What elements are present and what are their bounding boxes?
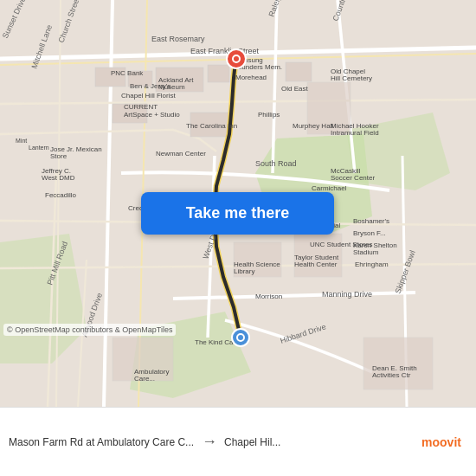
map-attribution: © OpenStreetMap contributors & OpenMapTi… bbox=[3, 324, 176, 336]
svg-point-85 bbox=[233, 55, 240, 62]
svg-text:Newman Center: Newman Center bbox=[156, 150, 206, 158]
svg-text:Boshamer's: Boshamer's bbox=[353, 217, 389, 225]
map-container: Sunset Drive Mitchell Lane Church Street… bbox=[0, 0, 476, 407]
svg-rect-11 bbox=[208, 65, 229, 82]
route-to-label: Chapel Hil... bbox=[224, 436, 410, 448]
svg-text:Bryson F...: Bryson F... bbox=[353, 229, 386, 237]
svg-rect-12 bbox=[286, 62, 312, 81]
take-me-there-button[interactable]: Take me there bbox=[141, 192, 334, 235]
svg-text:PNC Bank: PNC Bank bbox=[111, 69, 144, 77]
svg-text:Activities Ctr: Activities Ctr bbox=[372, 371, 411, 379]
svg-text:Stadium: Stadium bbox=[353, 248, 379, 256]
svg-text:Intramural Field: Intramural Field bbox=[331, 129, 379, 137]
svg-text:Manning Drive: Manning Drive bbox=[322, 290, 372, 299]
svg-text:Murphey Hall: Murphey Hall bbox=[293, 122, 333, 130]
svg-text:Morehead: Morehead bbox=[235, 74, 267, 81]
svg-text:Ehringham: Ehringham bbox=[355, 261, 389, 268]
svg-text:Museum: Museum bbox=[158, 83, 185, 91]
svg-text:CURRENT: CURRENT bbox=[124, 103, 158, 111]
svg-text:Hill Cemetery: Hill Cemetery bbox=[331, 74, 372, 82]
bottom-bar: Mason Farm Rd at Ambulatory Care C... → … bbox=[0, 407, 476, 476]
svg-text:The Carolina Inn: The Carolina Inn bbox=[186, 122, 237, 130]
svg-text:East Franklin Street: East Franklin Street bbox=[190, 47, 260, 55]
svg-text:Care...: Care... bbox=[134, 375, 155, 383]
svg-text:Old East: Old East bbox=[281, 85, 308, 93]
svg-point-83 bbox=[237, 334, 244, 341]
svg-text:East Rosemary: East Rosemary bbox=[151, 35, 205, 43]
svg-text:Library: Library bbox=[234, 267, 254, 275]
end-pin bbox=[227, 49, 246, 68]
route-from-label: Mason Farm Rd at Ambulatory Care C... bbox=[9, 436, 195, 448]
svg-text:Carmichael: Carmichael bbox=[312, 184, 347, 192]
svg-text:Phillips: Phillips bbox=[258, 111, 280, 119]
svg-text:South Road: South Road bbox=[255, 159, 297, 168]
svg-text:Health Center: Health Center bbox=[294, 261, 338, 268]
moovit-text: moovit bbox=[421, 435, 461, 449]
svg-text:West DMD: West DMD bbox=[42, 174, 75, 182]
start-pin bbox=[232, 329, 249, 346]
svg-rect-19 bbox=[363, 338, 433, 389]
svg-text:Mint: Mint bbox=[16, 138, 27, 144]
svg-text:Feccadillo: Feccadillo bbox=[45, 191, 77, 199]
svg-text:Soccer Center: Soccer Center bbox=[331, 174, 375, 182]
svg-text:Morrison: Morrison bbox=[255, 293, 282, 300]
svg-text:Store: Store bbox=[50, 152, 68, 160]
moovit-logo: moovit bbox=[415, 435, 467, 449]
svg-text:ArtSpace + Studio: ArtSpace + Studio bbox=[124, 111, 180, 119]
arrow-icon: → bbox=[202, 433, 217, 451]
svg-text:Chapel Hill Florist: Chapel Hill Florist bbox=[121, 92, 176, 100]
svg-text:Lantern: Lantern bbox=[29, 145, 49, 151]
